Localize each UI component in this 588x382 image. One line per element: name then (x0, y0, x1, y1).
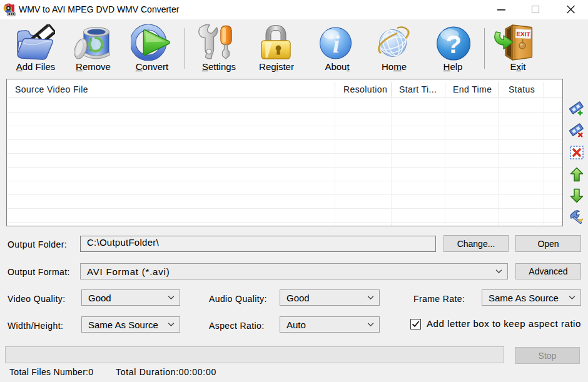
svg-text:EXIT: EXIT (516, 30, 530, 38)
svg-text:i: i (333, 30, 340, 58)
svg-text:?: ? (445, 29, 461, 59)
